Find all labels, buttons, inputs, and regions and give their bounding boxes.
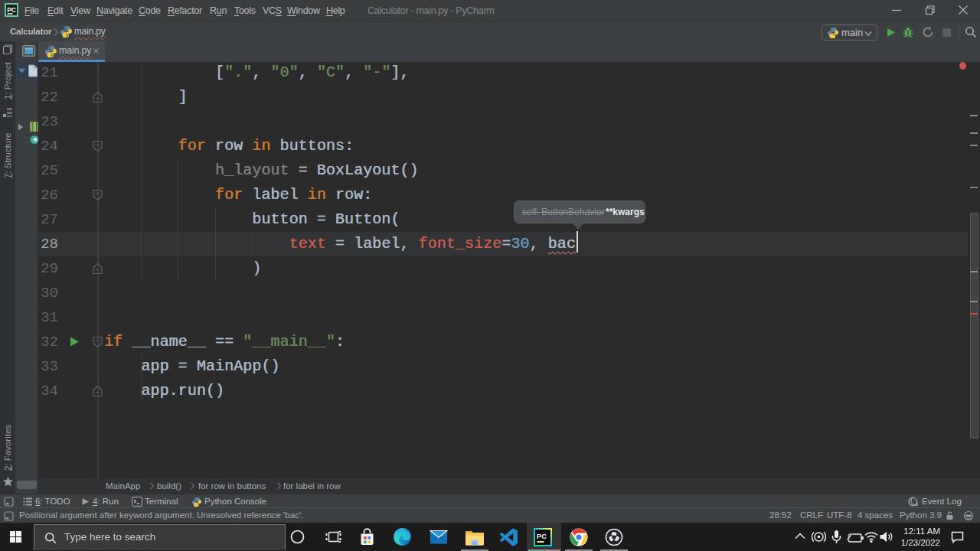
svg-text:PC: PC [7,6,16,14]
svg-text:PC: PC [537,532,547,540]
